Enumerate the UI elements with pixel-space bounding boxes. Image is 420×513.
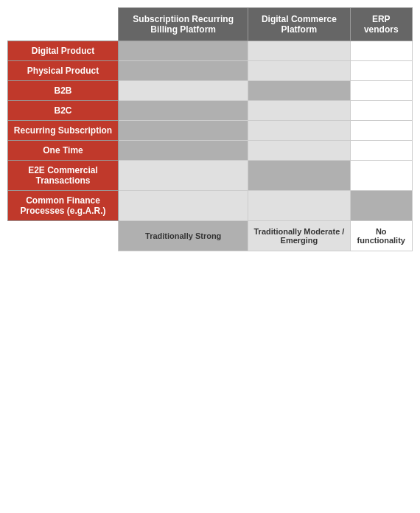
row-header-4: Recurring Subscription [8,121,119,141]
table-row: B2C [8,101,413,121]
cell-2-0 [119,81,248,101]
col-header-digital: Digital Commerce Platform [248,8,350,41]
comparison-table: Subscriptiion Recurring Billing Platform… [7,7,413,251]
col-header-erp: ERP vendors [350,8,413,41]
cell-5-1 [248,141,350,161]
row-header-0: Digital Product [8,41,119,61]
table-row: Digital Product [8,41,413,61]
cell-5-2 [350,141,413,161]
legend-moderate: Traditionally Moderate / Emerging [248,221,350,251]
legend-strong: Traditionally Strong [119,221,248,251]
table-row: B2B [8,81,413,101]
cell-2-1 [248,81,350,101]
row-header-1: Physical Product [8,61,119,81]
cell-1-0 [119,61,248,81]
cell-6-1 [248,161,350,191]
row-header-3: B2C [8,101,119,121]
corner-header [8,8,119,41]
cell-7-0 [119,191,248,221]
cell-3-0 [119,101,248,121]
cell-1-2 [350,61,413,81]
cell-0-0 [119,41,248,61]
cell-4-0 [119,121,248,141]
cell-4-2 [350,121,413,141]
table-row: E2E Commercial Transactions [8,161,413,191]
cell-6-2 [350,161,413,191]
col-header-billing: Subscriptiion Recurring Billing Platform [119,8,248,41]
row-header-5: One Time [8,141,119,161]
table-row: Common Finance Processes (e.g.A.R.) [8,191,413,221]
comparison-table-wrapper: Subscriptiion Recurring Billing Platform… [7,7,413,251]
row-header-6: E2E Commercial Transactions [8,161,119,191]
row-header-7: Common Finance Processes (e.g.A.R.) [8,191,119,221]
cell-0-2 [350,41,413,61]
legend-none: No functionality [350,221,413,251]
cell-7-2 [350,191,413,221]
row-header-2: B2B [8,81,119,101]
cell-7-1 [248,191,350,221]
table-row: Recurring Subscription [8,121,413,141]
table-row: Physical Product [8,61,413,81]
cell-6-0 [119,161,248,191]
table-row: One Time [8,141,413,161]
cell-2-2 [350,81,413,101]
cell-4-1 [248,121,350,141]
cell-1-1 [248,61,350,81]
cell-3-2 [350,101,413,121]
cell-5-0 [119,141,248,161]
cell-3-1 [248,101,350,121]
cell-0-1 [248,41,350,61]
legend-corner [8,221,119,251]
